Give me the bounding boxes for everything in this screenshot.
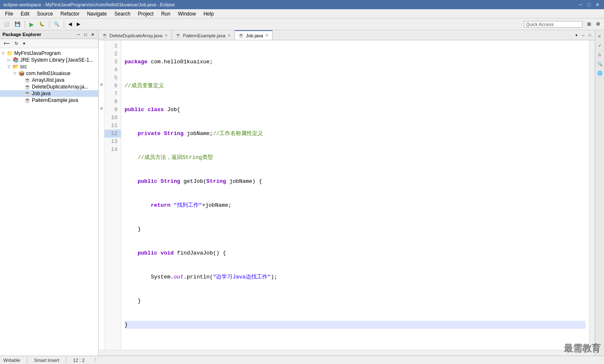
menu-search[interactable]: Search <box>111 10 134 18</box>
tab-close-2[interactable]: ✕ <box>265 33 269 38</box>
tree-item-file-0[interactable]: ☕ ArrayUlist.java <box>0 77 98 83</box>
linenum-5: 5 <box>104 74 121 82</box>
jre-label: JRE System Library [JavaSE-1... <box>20 57 94 63</box>
code-line-13 <box>125 345 586 350</box>
code-line-4: private String jobName;//工作名称属性定义 <box>125 130 586 138</box>
editor-tabs: ☕ DeleteDuplicateArray.java ✕ ☕ PaiternE… <box>99 30 595 40</box>
linenum-13: 13 <box>104 138 121 146</box>
menu-navigate[interactable]: Navigate <box>83 10 110 18</box>
toolbar-save-btn[interactable]: 💾 <box>13 20 23 28</box>
pe-collapse-btn[interactable]: ⟵ <box>2 40 12 47</box>
toolbar-sep2 <box>49 20 49 29</box>
code-line-1: package com.hello01kuaixue; <box>125 58 586 66</box>
linenum-4: 4 <box>104 66 121 74</box>
rs-btn-1[interactable]: ≡ <box>596 32 604 40</box>
toolbar-debug-btn[interactable]: 🐛 <box>37 20 47 28</box>
tab-deleteduplicate[interactable]: ☕ DeleteDuplicateArray.java ✕ <box>99 30 172 40</box>
quick-access-label: Quick Access <box>526 22 554 27</box>
linenum-6: 6 <box>104 82 121 90</box>
linenum-7: 7 <box>104 90 121 98</box>
code-line-6: public String getJob(String jobName) { <box>125 177 586 185</box>
package-label: com.hello01kuaixue <box>26 70 70 76</box>
tabs-minimize-btn[interactable]: ─ <box>580 32 586 39</box>
gutter-line-10 <box>99 112 104 120</box>
pe-toolbar: ⟵ ↻ ▾ <box>0 39 98 48</box>
code-content[interactable]: package com.hello01kuaixue; //成员变量定义 pub… <box>121 40 589 350</box>
window-controls: ─ □ ✕ <box>577 1 601 8</box>
rs-btn-4[interactable]: 🔍 <box>596 60 604 68</box>
right-scrollbar[interactable] <box>589 40 595 350</box>
gutter-line-2 <box>99 48 104 56</box>
src-icon: 📂 <box>13 64 19 70</box>
toolbar-perspective-btn[interactable]: ⊞ <box>585 20 593 28</box>
tab-paitern[interactable]: ☕ PaiternExample.java ✕ <box>172 30 235 40</box>
close-button[interactable]: ✕ <box>594 1 601 8</box>
toolbar-extra-btn[interactable]: ⚙ <box>594 20 602 28</box>
linenum-11: 11 <box>104 122 121 130</box>
tab-close-0[interactable]: ✕ <box>164 33 168 38</box>
tab-job[interactable]: ☕ Job.java ✕ <box>235 30 273 40</box>
rs-btn-5[interactable]: 🌐 <box>596 69 604 77</box>
tree-item-jre[interactable]: ▷ 📚 JRE System Library [JavaSE-1... <box>0 57 98 63</box>
gutter-line-8 <box>99 96 104 104</box>
menu-help[interactable]: Help <box>200 10 217 18</box>
line-numbers: 1 2 3 4 5 6 7 8 9 10 11 12 13 14 <box>104 40 121 350</box>
rs-btn-2[interactable]: ✓ <box>596 41 604 49</box>
menu-window[interactable]: Window <box>174 10 199 18</box>
pe-sync-btn[interactable]: ↻ <box>13 40 20 47</box>
toolbar-new-btn[interactable]: ⬜ <box>2 20 12 28</box>
code-editor[interactable]: ◉ ◉ 1 2 3 4 5 6 7 8 9 10 <box>99 40 595 350</box>
package-icon: 📦 <box>18 70 25 76</box>
status-position: 12 : 2 <box>73 358 85 363</box>
pe-view-menu-btn[interactable]: ▾ <box>21 40 27 47</box>
tree-item-project[interactable]: ▽ 📁 MyFirstJavaProgram <box>0 50 98 57</box>
tab-close-1[interactable]: ✕ <box>227 33 231 38</box>
pe-maximize-btn[interactable]: □ <box>83 31 89 37</box>
code-line-2: //成员变量定义 <box>125 82 586 90</box>
tree-item-file-3[interactable]: ☕ PaiternExample.java <box>0 97 98 104</box>
tab-icon-1: ☕ <box>175 33 181 38</box>
file-icon-1: ☕ <box>24 84 31 90</box>
toolbar-sep1 <box>25 20 25 29</box>
code-line-12: } <box>125 321 586 329</box>
tabs-maximize-btn[interactable]: □ <box>587 32 593 39</box>
toolbar-fwd-btn[interactable]: ▶ <box>75 20 82 28</box>
package-explorer-panel: Package Explorer ─ □ ✕ ⟵ ↻ ▾ ▽ 📁 MyFirst… <box>0 30 99 356</box>
linenum-14: 14 <box>104 146 121 153</box>
tabs-scroll-controls: ▾ ─ □ <box>572 30 595 40</box>
menu-edit[interactable]: Edit <box>17 10 33 18</box>
tree-item-file-1[interactable]: ☕ DeleteDuplicateArray.ja... <box>0 83 98 90</box>
menu-run[interactable]: Run <box>158 10 174 18</box>
package-explorer-title: Package Explorer <box>3 32 41 37</box>
status-options-btn[interactable]: ⋮ <box>93 357 98 363</box>
minimize-button[interactable]: ─ <box>577 1 584 8</box>
tabs-scroll-btn[interactable]: ▾ <box>573 32 580 39</box>
tree-item-file-2[interactable]: ☕ Job.java <box>0 90 98 97</box>
toolbar-run-btn[interactable]: ▶ <box>27 20 36 29</box>
linenum-3: 3 <box>104 58 121 66</box>
pe-close-btn[interactable]: ✕ <box>90 31 96 37</box>
header-controls: ─ □ ✕ <box>76 31 96 37</box>
tab-label-0: DeleteDuplicateArray.java <box>109 33 162 38</box>
bottom-scrollbar[interactable] <box>99 350 595 356</box>
tree-item-package[interactable]: ▽ 📦 com.hello01kuaixue <box>0 70 98 77</box>
menu-project[interactable]: Project <box>135 10 157 18</box>
main-layout: Package Explorer ─ □ ✕ ⟵ ↻ ▾ ▽ 📁 MyFirst… <box>0 30 604 356</box>
rs-btn-3[interactable]: ⚠ <box>596 50 604 59</box>
pe-minimize-btn[interactable]: ─ <box>76 31 81 37</box>
quick-access-box[interactable]: Quick Access <box>524 21 583 28</box>
tree-arrow-package: ▽ <box>13 71 18 75</box>
menu-refactor[interactable]: Refactor <box>57 10 83 18</box>
menu-source[interactable]: Source <box>34 10 56 18</box>
package-tree: ▽ 📁 MyFirstJavaProgram ▷ 📚 JRE System Li… <box>0 48 98 356</box>
toolbar-search-btn[interactable]: 🔍 <box>52 20 62 28</box>
tree-arrow-jre: ▷ <box>8 58 13 62</box>
menu-file[interactable]: File <box>2 10 16 18</box>
maximize-button[interactable]: □ <box>586 1 592 8</box>
tree-item-src[interactable]: ▽ 📂 src <box>0 63 98 70</box>
toolbar-back-btn[interactable]: ◀ <box>66 20 74 28</box>
gutter-line-3 <box>99 56 104 64</box>
left-gutter: ◉ ◉ <box>99 40 104 350</box>
file-label-2: Job.java <box>32 91 51 96</box>
tree-arrow-project: ▽ <box>2 51 7 55</box>
